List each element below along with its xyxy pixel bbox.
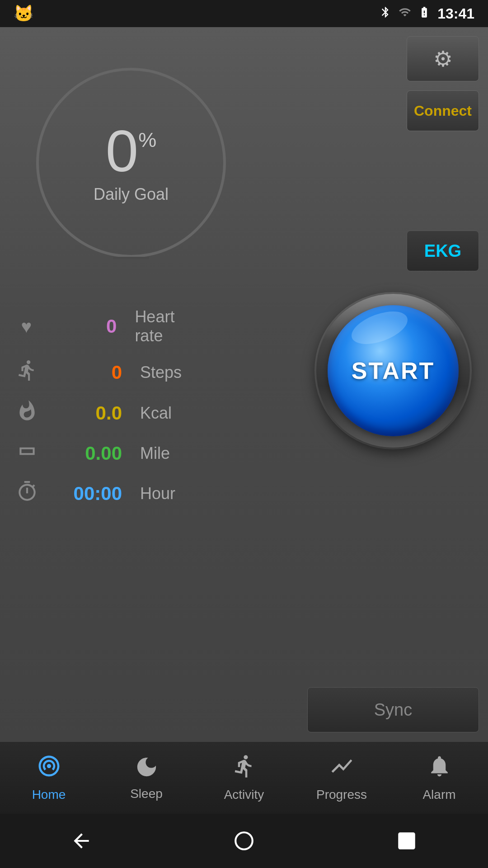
start-label: START <box>352 357 435 384</box>
goal-number: 0 <box>106 122 138 180</box>
timer-icon <box>14 480 41 507</box>
connect-label: Connect <box>414 103 472 119</box>
nav-home[interactable]: Home <box>8 754 89 802</box>
sync-button[interactable]: Sync <box>307 687 479 732</box>
gear-icon: ⚙ <box>433 46 453 71</box>
start-button-container: START <box>307 285 479 457</box>
svg-point-0 <box>235 832 253 849</box>
daily-goal-value: 0 % <box>106 122 156 180</box>
daily-goal-circle: 0 % Daily Goal <box>36 68 226 258</box>
nav-alarm[interactable]: Alarm <box>399 754 480 802</box>
daily-goal-container: 0 % Daily Goal <box>23 54 239 271</box>
sync-label: Sync <box>374 700 412 720</box>
top-buttons: ⚙ Connect EKG <box>407 36 479 271</box>
status-bar: 🐱 13:41 <box>0 0 488 27</box>
bottom-nav: Home Sleep Activity Progress <box>0 741 488 814</box>
hour-row: 00:00 Hour <box>14 480 203 507</box>
home-button[interactable] <box>226 823 262 859</box>
activity-label: Activity <box>224 788 264 802</box>
kcal-row: 0.0 Kcal <box>14 400 203 426</box>
stats-section: ♥ 0 Heart rate 0 Steps 0.0 Kcal <box>14 307 203 520</box>
home-label: Home <box>32 788 66 802</box>
nav-sleep[interactable]: Sleep <box>106 755 187 801</box>
heart-rate-label: Heart rate <box>135 307 203 345</box>
fire-icon <box>14 400 41 426</box>
hour-label: Hour <box>140 484 175 503</box>
heart-icon: ♥ <box>14 316 39 337</box>
steps-row: 0 Steps <box>14 359 203 386</box>
steps-label: Steps <box>140 363 182 382</box>
sync-button-container: Sync <box>307 687 479 732</box>
connect-button[interactable]: Connect <box>407 90 479 131</box>
kcal-label: Kcal <box>140 404 172 423</box>
heart-rate-row: ♥ 0 Heart rate <box>14 307 203 345</box>
mile-label: Mile <box>140 444 170 463</box>
sleep-icon <box>134 755 159 783</box>
svg-rect-1 <box>399 833 414 848</box>
nav-progress[interactable]: Progress <box>301 754 382 802</box>
main-content: ⚙ Connect EKG 0 % Daily Goal ♥ 0 Heart r… <box>0 27 488 741</box>
start-button[interactable]: START <box>316 294 470 448</box>
steps-icon <box>14 359 41 386</box>
status-left: 🐱 <box>14 4 34 23</box>
home-icon <box>37 754 61 784</box>
settings-button[interactable]: ⚙ <box>407 36 479 81</box>
back-button[interactable] <box>63 823 99 859</box>
ekg-label: EKG <box>424 241 461 261</box>
heart-rate-value: 0 <box>48 316 117 337</box>
ekg-button[interactable]: EKG <box>407 231 479 271</box>
system-nav <box>0 814 488 868</box>
bluetooth-icon <box>379 6 392 22</box>
status-right: 13:41 <box>379 5 474 22</box>
mile-row: 0.00 Mile <box>14 440 203 467</box>
progress-icon <box>329 754 354 784</box>
alarm-label: Alarm <box>422 788 455 802</box>
steps-value: 0 <box>50 362 122 383</box>
recents-button[interactable] <box>389 823 425 859</box>
hour-value: 00:00 <box>50 483 122 505</box>
battery-icon <box>418 6 431 22</box>
distance-icon <box>14 440 41 467</box>
status-time: 13:41 <box>437 5 474 22</box>
sleep-label: Sleep <box>130 787 163 801</box>
nav-activity[interactable]: Activity <box>203 754 285 802</box>
progress-label: Progress <box>316 788 367 802</box>
start-button-inner: START <box>328 305 459 436</box>
goal-label: Daily Goal <box>94 185 169 204</box>
mile-value: 0.00 <box>50 443 122 464</box>
activity-icon <box>232 754 257 784</box>
signal-icon <box>399 6 411 22</box>
goal-percent-sign: % <box>138 128 156 152</box>
kcal-value: 0.0 <box>50 402 122 424</box>
alarm-icon <box>427 754 452 784</box>
app-icon: 🐱 <box>14 4 34 23</box>
